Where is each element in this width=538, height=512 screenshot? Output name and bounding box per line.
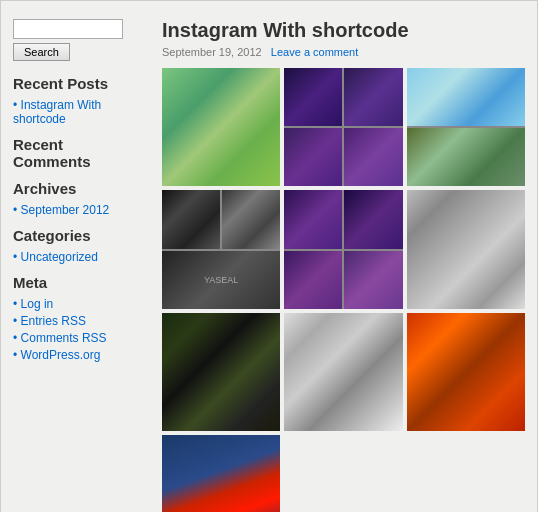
search-box: Search xyxy=(13,19,144,61)
sidebar-link-wordpress[interactable]: WordPress.org xyxy=(13,348,144,362)
gallery-sub-7 xyxy=(162,190,220,248)
categories-title: Categories xyxy=(13,227,144,244)
gallery-sub-8 xyxy=(222,190,280,248)
recent-posts-title: Recent Posts xyxy=(13,75,144,92)
gallery-item-5[interactable] xyxy=(284,190,402,308)
gallery-item-4[interactable]: YASEAL xyxy=(162,190,280,308)
sidebar-link-uncategorized[interactable]: Uncategorized xyxy=(13,250,144,264)
sidebar-link-comments-rss[interactable]: Comments RSS xyxy=(13,331,144,345)
gallery-sub-13 xyxy=(344,251,402,309)
gallery-item-8[interactable] xyxy=(284,313,402,431)
gallery-item-6[interactable] xyxy=(407,190,525,308)
gallery-item-7[interactable] xyxy=(162,313,280,431)
sidebar-link-september[interactable]: September 2012 xyxy=(13,203,144,217)
meta-title: Meta xyxy=(13,274,144,291)
gallery-sub-10 xyxy=(284,190,342,248)
page-wrapper: Search Recent Posts Instagram With short… xyxy=(0,0,538,512)
sidebar-link-entries-rss[interactable]: Entries RSS xyxy=(13,314,144,328)
gallery-sub-6 xyxy=(407,128,525,186)
gallery-item-9[interactable] xyxy=(407,313,525,431)
leave-comment-link[interactable]: Leave a comment xyxy=(271,46,358,58)
recent-comments-title: Recent Comments xyxy=(13,136,144,170)
sidebar-link-instagram[interactable]: Instagram With shortcode xyxy=(13,98,144,126)
gallery-sub-12 xyxy=(284,251,342,309)
sidebar-section-categories: Categories Uncategorized xyxy=(13,227,144,264)
main-layout: Search Recent Posts Instagram With short… xyxy=(1,1,537,512)
gallery-item-3[interactable] xyxy=(407,68,525,186)
sidebar-section-archives: Archives September 2012 xyxy=(13,180,144,217)
sidebar-section-meta: Meta Log in Entries RSS Comments RSS Wor… xyxy=(13,274,144,362)
gallery-sub-11 xyxy=(344,190,402,248)
post-date: September 19, 2012 xyxy=(162,46,262,58)
archives-title: Archives xyxy=(13,180,144,197)
search-button[interactable]: Search xyxy=(13,43,70,61)
sidebar-section-recent-comments: Recent Comments xyxy=(13,136,144,170)
gallery-sub-4 xyxy=(344,128,402,186)
post-meta: September 19, 2012 Leave a comment xyxy=(162,46,525,58)
gallery-item-10[interactable] xyxy=(162,435,280,512)
gallery-sub-1 xyxy=(284,68,342,126)
gallery-sub-5 xyxy=(407,68,525,126)
post-title: Instagram With shortcode xyxy=(162,19,525,42)
gallery-sub-3 xyxy=(284,128,342,186)
gallery-sub-9: YASEAL xyxy=(162,251,280,309)
search-input[interactable] xyxy=(13,19,123,39)
gallery-item-2[interactable] xyxy=(284,68,402,186)
sidebar-section-recent-posts: Recent Posts Instagram With shortcode xyxy=(13,75,144,126)
sidebar-link-login[interactable]: Log in xyxy=(13,297,144,311)
gallery-sub-2 xyxy=(344,68,402,126)
sidebar: Search Recent Posts Instagram With short… xyxy=(1,11,156,512)
gallery-item-1[interactable] xyxy=(162,68,280,186)
main-content: Instagram With shortcode September 19, 2… xyxy=(156,11,537,512)
gallery-grid: YASEAL xyxy=(162,68,525,512)
